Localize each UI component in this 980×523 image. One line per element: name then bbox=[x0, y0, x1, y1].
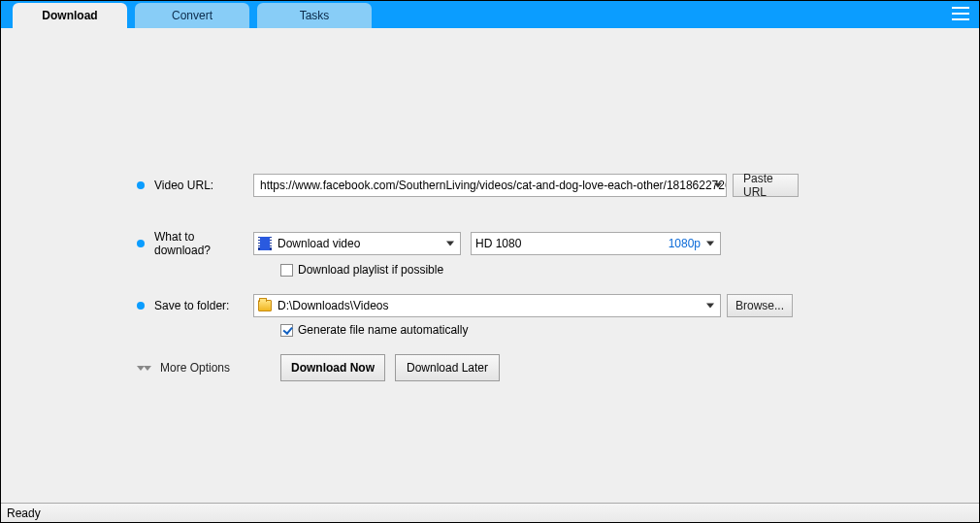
label-text-what-download: What to download? bbox=[154, 230, 253, 257]
what-download-select[interactable]: Download video bbox=[253, 232, 461, 255]
chevron-down-icon[interactable] bbox=[706, 304, 714, 309]
generate-filename-label: Generate file name automatically bbox=[298, 323, 468, 337]
what-download-value: Download video bbox=[278, 237, 360, 250]
video-url-input[interactable]: https://www.facebook.com/SouthernLiving/… bbox=[253, 174, 727, 197]
bullet-icon bbox=[137, 302, 145, 310]
film-icon bbox=[258, 237, 272, 250]
row-what-download: What to download? Download video HD 1080… bbox=[137, 230, 799, 257]
tab-convert[interactable]: Convert bbox=[135, 3, 249, 28]
playlist-checkbox-label: Download playlist if possible bbox=[298, 263, 443, 277]
video-url-value: https://www.facebook.com/SouthernLiving/… bbox=[260, 179, 727, 192]
generate-filename-checkbox[interactable] bbox=[280, 324, 293, 337]
row-more-options: More Options Download Now Download Later bbox=[137, 354, 799, 381]
label-save-folder: Save to folder: bbox=[137, 299, 253, 312]
download-now-button[interactable]: Download Now bbox=[280, 354, 385, 381]
bullet-icon bbox=[137, 181, 145, 189]
app-window: Download Convert Tasks Video URL: https:… bbox=[0, 0, 980, 523]
quality-value-right: 1080p bbox=[669, 237, 701, 250]
save-folder-select[interactable]: D:\Downloads\Videos bbox=[253, 294, 721, 317]
tab-download[interactable]: Download bbox=[13, 3, 127, 28]
download-form: Video URL: https://www.facebook.com/Sout… bbox=[137, 174, 799, 381]
row-filename-option: Generate file name automatically bbox=[280, 323, 799, 337]
main-panel: Video URL: https://www.facebook.com/Sout… bbox=[1, 28, 979, 503]
chevron-down-icon[interactable] bbox=[706, 242, 714, 246]
chevron-down-icon[interactable] bbox=[714, 183, 722, 188]
playlist-checkbox[interactable] bbox=[280, 264, 293, 277]
top-bar: Download Convert Tasks bbox=[1, 1, 979, 28]
tab-tasks[interactable]: Tasks bbox=[257, 3, 372, 28]
chevron-down-icon[interactable] bbox=[446, 242, 454, 246]
browse-button[interactable]: Browse... bbox=[727, 294, 793, 317]
hamburger-menu-icon[interactable] bbox=[948, 3, 973, 24]
status-bar: Ready bbox=[1, 503, 979, 522]
more-options-toggle[interactable]: More Options bbox=[137, 361, 280, 375]
label-what-download: What to download? bbox=[137, 230, 253, 257]
status-text: Ready bbox=[7, 507, 41, 520]
row-playlist-option: Download playlist if possible bbox=[280, 263, 799, 277]
row-video-url: Video URL: https://www.facebook.com/Sout… bbox=[137, 174, 799, 197]
label-text-more-options: More Options bbox=[160, 361, 230, 375]
label-text-video-url: Video URL: bbox=[154, 179, 213, 192]
quality-value-left: HD 1080 bbox=[475, 237, 521, 250]
save-folder-value: D:\Downloads\Videos bbox=[278, 299, 389, 312]
label-text-save-folder: Save to folder: bbox=[154, 299, 229, 312]
download-later-button[interactable]: Download Later bbox=[395, 354, 500, 381]
paste-url-button[interactable]: Paste URL bbox=[733, 174, 799, 197]
folder-icon bbox=[258, 300, 272, 311]
chevron-down-double-icon bbox=[137, 366, 150, 371]
bullet-icon bbox=[137, 240, 145, 247]
quality-select[interactable]: HD 1080 1080p bbox=[471, 232, 721, 255]
label-video-url: Video URL: bbox=[137, 179, 253, 192]
row-save-folder: Save to folder: D:\Downloads\Videos Brow… bbox=[137, 294, 799, 317]
